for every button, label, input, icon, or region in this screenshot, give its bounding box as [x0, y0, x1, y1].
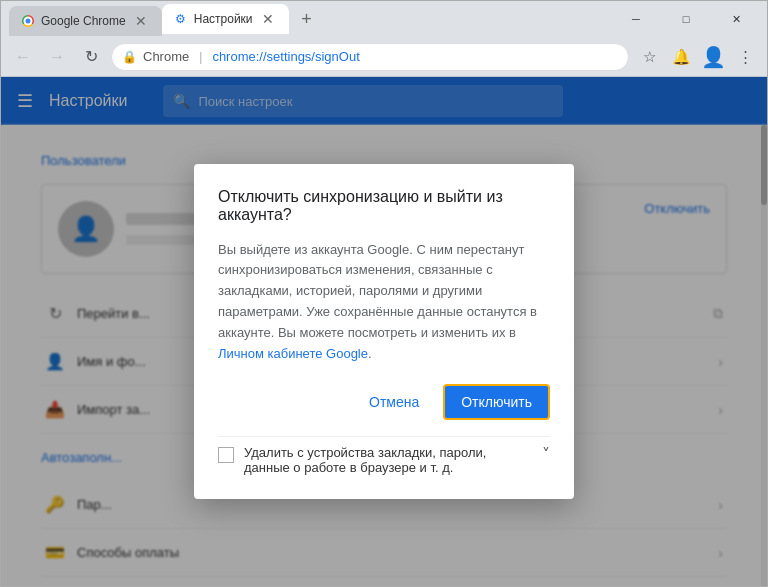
new-tab-button[interactable]: +: [293, 5, 321, 33]
tab-google-chrome-title: Google Chrome: [41, 14, 126, 28]
back-button[interactable]: ←: [9, 43, 37, 71]
dialog-body-suffix: .: [368, 346, 372, 361]
modal-overlay: Отключить синхронизацию и выйти из аккау…: [1, 77, 767, 586]
minimize-button[interactable]: ─: [613, 4, 659, 34]
cancel-button[interactable]: Отмена: [353, 386, 435, 418]
disconnect-button[interactable]: Отключить: [443, 384, 550, 420]
close-button[interactable]: ✕: [713, 4, 759, 34]
page-content: ☰ Настройки 🔍 Поиск настроек Пользовател…: [1, 77, 767, 586]
url-bar[interactable]: 🔒 Chrome | chrome://settings/signOut: [111, 43, 629, 71]
address-bar: ← → ↻ 🔒 Chrome | chrome://settings/signO…: [1, 37, 767, 77]
browser-frame: Google Chrome ✕ ⚙ Настройки ✕ + ─ □ ✕ ← …: [0, 0, 768, 587]
title-bar: Google Chrome ✕ ⚙ Настройки ✕ + ─ □ ✕: [1, 1, 767, 37]
chrome-favicon: [21, 14, 35, 28]
chevron-down-icon[interactable]: ˅: [542, 445, 550, 464]
tab-settings-title: Настройки: [194, 12, 253, 26]
refresh-button[interactable]: ↻: [77, 43, 105, 71]
dialog-body-text: Вы выйдете из аккаунта Google. С ним пер…: [218, 242, 537, 340]
personal-cabinet-link[interactable]: Личном кабинете Google: [218, 346, 368, 361]
forward-button[interactable]: →: [43, 43, 71, 71]
settings-favicon: ⚙: [174, 12, 188, 26]
gear-icon: ⚙: [175, 12, 186, 26]
url-text: chrome://settings/signOut: [212, 49, 618, 64]
dialog-checkbox-row: Удалить с устройства закладки, пароли, д…: [218, 436, 550, 475]
delete-data-checkbox[interactable]: [218, 447, 234, 463]
secure-icon: 🔒: [122, 50, 137, 64]
maximize-button[interactable]: □: [663, 4, 709, 34]
tab-settings-close[interactable]: ✕: [259, 10, 277, 28]
delete-data-label: Удалить с устройства закладки, пароли, д…: [244, 445, 532, 475]
sign-out-dialog: Отключить синхронизацию и выйти из аккау…: [194, 164, 574, 500]
dialog-title: Отключить синхронизацию и выйти из аккау…: [218, 188, 550, 224]
site-label: Chrome: [143, 49, 189, 64]
dialog-footer: Отмена Отключить: [218, 384, 550, 420]
tab-google-chrome[interactable]: Google Chrome ✕: [9, 6, 162, 36]
address-icons: ☆ 🔔 👤 ⋮: [635, 43, 759, 71]
user-avatar-icon[interactable]: 👤: [699, 43, 727, 71]
url-separator: |: [199, 50, 202, 64]
dialog-body: Вы выйдете из аккаунта Google. С ним пер…: [218, 240, 550, 365]
window-controls: ─ □ ✕: [613, 4, 759, 34]
menu-icon[interactable]: ⋮: [731, 43, 759, 71]
notification-icon[interactable]: 🔔: [667, 43, 695, 71]
bookmark-icon[interactable]: ☆: [635, 43, 663, 71]
tab-settings[interactable]: ⚙ Настройки ✕: [162, 4, 289, 34]
tab-google-chrome-close[interactable]: ✕: [132, 12, 150, 30]
